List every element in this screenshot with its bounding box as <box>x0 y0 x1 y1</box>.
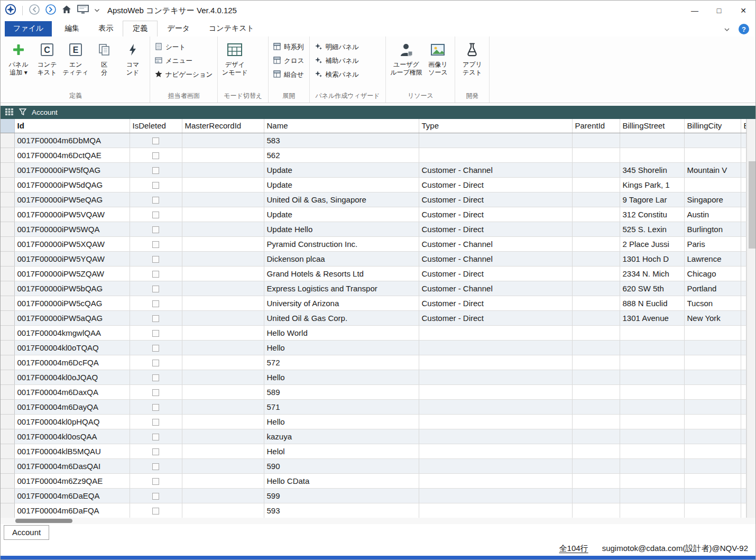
cell-masterrecordid[interactable] <box>182 236 264 251</box>
cell-parentid[interactable] <box>572 370 620 384</box>
column-header-partial[interactable]: B <box>741 119 746 133</box>
isdeleted-checkbox[interactable] <box>152 271 159 278</box>
cell-partial[interactable] <box>741 192 746 207</box>
isdeleted-checkbox[interactable] <box>152 315 159 322</box>
cell-billingstreet[interactable]: Kings Park, 1 <box>620 177 684 192</box>
command-button[interactable]: コマ ンド <box>118 38 147 77</box>
column-header-masterrecordid[interactable]: MasterRecordId <box>182 119 264 133</box>
cell-masterrecordid[interactable] <box>182 473 264 488</box>
cell-id[interactable]: 0017F00004kmgwlQAA <box>14 325 130 340</box>
cell-masterrecordid[interactable] <box>182 222 264 236</box>
cell-type[interactable] <box>419 133 572 148</box>
forward-icon[interactable] <box>45 4 57 17</box>
cell-type[interactable]: Customer - Direct <box>419 207 572 222</box>
cell-masterrecordid[interactable] <box>182 488 264 503</box>
isdeleted-checkbox[interactable] <box>152 182 159 189</box>
cell-billingstreet[interactable] <box>620 444 684 458</box>
cell-name[interactable]: Pyramid Construction Inc. <box>264 236 419 251</box>
table-row[interactable]: 0017F00004kl0pHQAQ Hello <box>1 414 746 429</box>
cell-id[interactable]: 0017F00004m6DbMQA <box>14 133 130 148</box>
cell-billingstreet[interactable] <box>620 340 684 355</box>
row-selector[interactable] <box>1 192 14 207</box>
cell-masterrecordid[interactable] <box>182 133 264 148</box>
table-row[interactable]: 0017F00004kl0oJQAQ Hello <box>1 370 746 384</box>
maximize-button[interactable]: □ <box>707 1 731 21</box>
row-selector[interactable] <box>1 370 14 384</box>
row-selector[interactable] <box>1 473 14 488</box>
tab-define[interactable]: 定義 <box>123 21 158 36</box>
row-selector[interactable] <box>1 458 14 473</box>
table-row[interactable]: 0017F00004m6DctQAE 562 <box>1 148 746 162</box>
cell-billingcity[interactable] <box>684 444 741 458</box>
column-header-type[interactable]: Type <box>419 119 572 133</box>
isdeleted-checkbox[interactable] <box>152 300 159 307</box>
row-selector[interactable] <box>1 296 14 310</box>
cell-id[interactable]: 0017F00000iPW5dQAG <box>14 177 130 192</box>
cell-id[interactable]: 0017F00004m6DcFQA <box>14 355 130 370</box>
cell-parentid[interactable] <box>572 236 620 251</box>
cell-billingstreet[interactable]: 525 S. Lexin <box>620 222 684 236</box>
minimize-button[interactable]: — <box>683 1 707 21</box>
cell-parentid[interactable] <box>572 177 620 192</box>
cell-partial[interactable] <box>741 281 746 296</box>
cell-masterrecordid[interactable] <box>182 192 264 207</box>
cell-type[interactable] <box>419 355 572 370</box>
cell-name[interactable]: United Oil & Gas Corp. <box>264 310 419 325</box>
cell-name[interactable]: Update <box>264 162 419 177</box>
cell-masterrecordid[interactable] <box>182 281 264 296</box>
cell-billingcity[interactable]: Lawrence <box>684 251 741 266</box>
filter-icon[interactable] <box>19 108 26 117</box>
cell-masterrecordid[interactable] <box>182 266 264 281</box>
cell-name[interactable]: Hello CData <box>264 473 419 488</box>
table-row[interactable]: 0017F00000iPW5bQAG Express Logistics and… <box>1 281 746 296</box>
cell-billingcity[interactable]: Singapore <box>684 192 741 207</box>
cell-partial[interactable] <box>741 296 746 310</box>
cell-masterrecordid[interactable] <box>182 207 264 222</box>
row-selector[interactable] <box>1 384 14 399</box>
cell-id[interactable]: 0017F00004kl0osQAA <box>14 429 130 444</box>
table-row[interactable]: 0017F00004m6DcFQA 572 <box>1 355 746 370</box>
cell-name[interactable]: Update <box>264 207 419 222</box>
cell-billingstreet[interactable] <box>620 399 684 414</box>
cell-name[interactable]: 562 <box>264 148 419 162</box>
table-row[interactable]: 0017F00004m6DayQA 571 <box>1 399 746 414</box>
category-button[interactable]: 区 分 <box>90 38 118 77</box>
cell-billingcity[interactable] <box>684 133 741 148</box>
cell-name[interactable]: Helol <box>264 444 419 458</box>
cell-billingstreet[interactable]: 1301 Hoch D <box>620 251 684 266</box>
cell-parentid[interactable] <box>572 192 620 207</box>
cell-masterrecordid[interactable] <box>182 370 264 384</box>
row-selector[interactable] <box>1 340 14 355</box>
cell-partial[interactable] <box>741 444 746 458</box>
row-selector[interactable] <box>1 251 14 266</box>
table-row[interactable]: 0017F00000iPW5eQAG United Oil & Gas, Sin… <box>1 192 746 207</box>
column-header-billingcity[interactable]: BillingCity <box>684 119 741 133</box>
cell-billingstreet[interactable] <box>620 355 684 370</box>
cell-parentid[interactable] <box>572 429 620 444</box>
row-selector[interactable] <box>1 414 14 429</box>
tab-view[interactable]: 表示 <box>89 21 123 36</box>
table-row[interactable]: 0017F00000iPW5aQAG United Oil & Gas Corp… <box>1 310 746 325</box>
cell-name[interactable]: University of Arizona <box>264 296 419 310</box>
cell-partial[interactable] <box>741 399 746 414</box>
isdeleted-checkbox[interactable] <box>152 226 159 233</box>
cell-parentid[interactable] <box>572 222 620 236</box>
cell-parentid[interactable] <box>572 251 620 266</box>
cell-type[interactable]: Customer - Direct <box>419 266 572 281</box>
cell-id[interactable]: 0017F00000iPW5WQA <box>14 222 130 236</box>
cell-id[interactable]: 0017F00000iPW5aQAG <box>14 310 130 325</box>
cell-partial[interactable] <box>741 133 746 148</box>
context-button[interactable]: C コンテ キスト <box>33 38 61 77</box>
cell-billingstreet[interactable] <box>620 325 684 340</box>
cell-billingcity[interactable] <box>684 340 741 355</box>
chevron-down-icon[interactable] <box>94 8 100 13</box>
back-icon[interactable] <box>29 4 40 17</box>
cell-type[interactable]: Customer - Direct <box>419 296 572 310</box>
cell-type[interactable] <box>419 340 572 355</box>
cell-masterrecordid[interactable] <box>182 429 264 444</box>
cell-billingcity[interactable] <box>684 177 741 192</box>
cell-name[interactable]: 571 <box>264 399 419 414</box>
cell-billingstreet[interactable] <box>620 473 684 488</box>
cell-partial[interactable] <box>741 148 746 162</box>
cell-id[interactable]: 0017F00004kl0oTQAQ <box>14 340 130 355</box>
